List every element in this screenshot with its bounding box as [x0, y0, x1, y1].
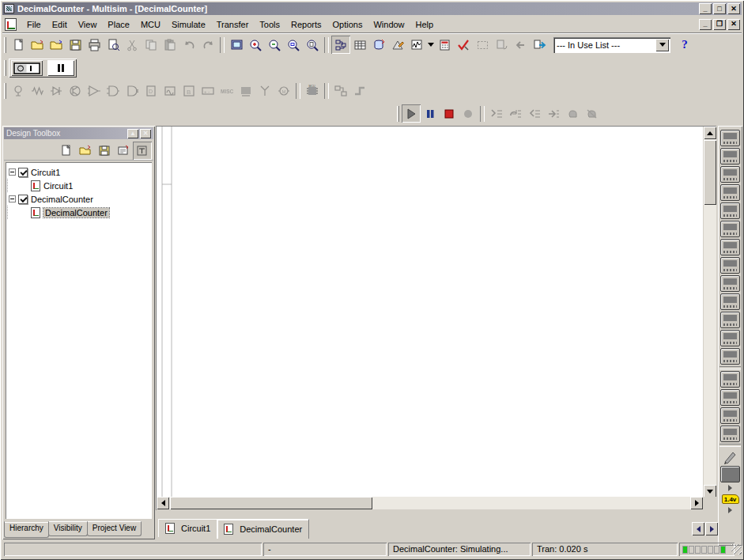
erc-check-button[interactable] [454, 36, 473, 54]
toolbox-mode-button[interactable] [133, 142, 152, 160]
pause-button[interactable] [421, 104, 440, 123]
dynamic-probe-button[interactable]: 1.4v [722, 494, 739, 504]
toolbar-overflow-arrow[interactable] [728, 507, 732, 513]
tree-node-circuit1[interactable]: Circuit1 [7, 165, 150, 179]
child-close-button[interactable]: ✕ [727, 19, 740, 30]
in-use-list-dropdown-button[interactable] [655, 39, 669, 51]
tab-decimalcounter[interactable]: DecimalCounter [217, 519, 309, 539]
agilent-multimeter-button[interactable] [720, 389, 740, 406]
help-button[interactable]: ? [675, 36, 694, 54]
paste-button[interactable] [161, 36, 179, 54]
scroll-up-button[interactable] [704, 127, 716, 139]
pause-switch-button[interactable] [47, 60, 74, 76]
panel-minimize-button[interactable]: ▴ [127, 129, 138, 138]
menu-item-window[interactable]: Window [368, 17, 410, 32]
place-diode-button[interactable] [47, 82, 66, 100]
tab-circuit1[interactable]: Circuit1 [158, 519, 217, 537]
step-into-button[interactable] [487, 104, 506, 123]
place-bus-button[interactable] [350, 82, 369, 100]
step-out-button[interactable] [525, 104, 544, 123]
child-restore-button[interactable]: ❐ [713, 19, 726, 30]
toolbox-properties-button[interactable] [114, 142, 133, 160]
menu-item-view[interactable]: View [73, 17, 103, 32]
schematic-sheet[interactable] [157, 127, 703, 498]
agilent-function-generator-button[interactable] [720, 371, 740, 388]
labview-instruments-button[interactable] [720, 466, 740, 482]
panel-close-button[interactable]: ✕ [140, 129, 151, 138]
horizontal-scrollbar[interactable] [157, 497, 703, 509]
place-power-button[interactable]: + - [198, 82, 217, 100]
menu-item-mcu[interactable]: MCU [135, 17, 166, 32]
open-button[interactable] [28, 36, 47, 54]
annotate-page-button[interactable] [492, 36, 511, 54]
place-misc-button[interactable]: MISC [217, 82, 236, 100]
grapher-dropdown-arrow[interactable] [426, 36, 435, 54]
vertical-scroll-thumb[interactable] [704, 140, 716, 205]
oscilloscope-button[interactable] [720, 184, 740, 201]
minimize-button[interactable]: _ [699, 3, 712, 14]
place-advanced-peripherals-button[interactable] [236, 82, 255, 100]
scroll-down-button[interactable] [704, 485, 716, 498]
tab-hierarchy[interactable]: Hierarchy [4, 521, 49, 538]
pause-at-breakpoint-button[interactable] [563, 104, 582, 123]
zoom-in-button[interactable] [246, 36, 265, 54]
tab-scroll-right-button[interactable] [705, 522, 718, 535]
cut-button[interactable] [123, 36, 142, 54]
distortion-analyzer-button[interactable] [720, 330, 740, 346]
copy-button[interactable] [142, 36, 161, 54]
design-toolbox-toggle-button[interactable] [331, 36, 350, 54]
toolbox-open-button[interactable] [76, 142, 95, 160]
function-generator-button[interactable] [720, 148, 740, 165]
run-switch-button[interactable] [11, 60, 43, 76]
expander-icon[interactable] [9, 168, 16, 176]
menu-item-options[interactable]: Options [327, 17, 368, 32]
run-to-cursor-button[interactable] [544, 104, 563, 123]
postprocessor-button[interactable] [435, 36, 454, 54]
menu-item-edit[interactable]: Edit [47, 17, 73, 32]
logic-converter-button[interactable] [720, 293, 740, 310]
place-indicator-button[interactable]: B [179, 82, 198, 100]
toolbox-new-button[interactable] [57, 142, 76, 160]
undo-button[interactable] [179, 36, 198, 54]
place-basic-button[interactable] [28, 82, 47, 100]
zoom-area-button[interactable] [284, 36, 303, 54]
tree-label[interactable]: Circuit1 [31, 168, 60, 177]
menu-item-reports[interactable]: Reports [285, 17, 327, 32]
wattmeter-button[interactable] [720, 166, 740, 183]
place-ttl-button[interactable] [104, 82, 123, 100]
menu-item-simulate[interactable]: Simulate [166, 17, 211, 32]
tree-label[interactable]: DecimalCounter [31, 195, 93, 204]
place-transistor-button[interactable] [66, 82, 85, 100]
menu-item-transfer[interactable]: Transfer [211, 17, 255, 32]
measurement-probe-button[interactable] [718, 448, 742, 464]
word-generator-button[interactable] [720, 257, 740, 274]
design-toolbox-titlebar[interactable]: Design Toolbox ▴ ✕ [4, 127, 153, 139]
new-button[interactable] [9, 36, 28, 54]
tab-visibility[interactable]: Visibility [48, 521, 88, 536]
full-screen-button[interactable] [227, 36, 246, 54]
close-button[interactable]: ✕ [727, 3, 740, 14]
tab-project-view[interactable]: Project View [87, 521, 142, 536]
stop-button[interactable] [440, 104, 459, 123]
place-mcu-button[interactable]: MCU [303, 82, 322, 100]
tree-node-decimalcounter[interactable]: DecimalCounter [7, 192, 150, 206]
iv-analyzer-button[interactable] [720, 312, 740, 328]
database-manager-button[interactable] [369, 36, 388, 54]
remove-breakpoint-button[interactable] [582, 104, 601, 123]
scroll-right-button[interactable] [690, 497, 703, 509]
place-rf-button[interactable] [255, 82, 274, 100]
scroll-left-button[interactable] [157, 497, 169, 509]
menu-item-file[interactable]: File [21, 17, 47, 32]
logic-analyzer-button[interactable] [720, 275, 740, 292]
capture-region-button[interactable] [473, 36, 492, 54]
agilent-oscilloscope-button[interactable] [720, 407, 740, 424]
checkbox-checked-icon[interactable] [18, 195, 28, 204]
bode-plotter-button[interactable] [720, 221, 740, 237]
print-preview-button[interactable] [104, 36, 123, 54]
place-cmos-button[interactable] [123, 82, 142, 100]
expander-icon[interactable] [9, 195, 16, 202]
maximize-button[interactable]: □ [713, 3, 726, 14]
place-misc-digital-button[interactable]: D [142, 82, 161, 100]
four-channel-oscilloscope-button[interactable] [720, 202, 740, 219]
toolbar-overflow-arrow[interactable] [728, 485, 732, 491]
